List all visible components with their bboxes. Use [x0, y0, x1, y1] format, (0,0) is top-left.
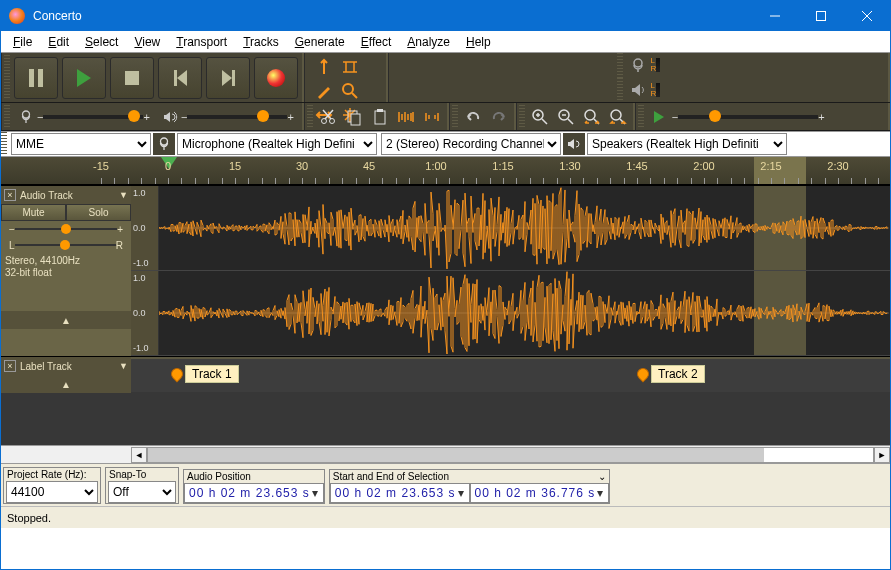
recording-channels-select[interactable]: 2 (Stereo) Recording Channels [381, 133, 561, 155]
zoom-tool[interactable] [338, 80, 362, 102]
project-rate-label: Project Rate (Hz): [4, 468, 100, 481]
undo-toolbar [449, 103, 516, 130]
envelope-tool[interactable] [338, 56, 362, 78]
mixer-toolbar: − + − + [1, 103, 304, 130]
speaker-volume-icon [162, 109, 178, 125]
menu-edit[interactable]: Edit [40, 33, 77, 51]
copy-button[interactable] [342, 106, 366, 128]
fit-project-button[interactable] [606, 106, 630, 128]
zoom-out-button[interactable] [554, 106, 578, 128]
menu-help[interactable]: Help [458, 33, 499, 51]
svg-rect-5 [351, 114, 360, 125]
label-marker-2[interactable]: Track 2 [637, 365, 705, 383]
audio-position-value[interactable]: 00 h 02 m 23.653 s▾ [184, 483, 324, 503]
maximize-button[interactable] [798, 1, 844, 31]
recording-device-select[interactable]: Microphone (Realtek High Defini [177, 133, 377, 155]
app-icon [9, 8, 25, 24]
tools-toolbar [304, 53, 388, 102]
label-track-close-button[interactable]: × [4, 360, 16, 372]
device-toolbar: MME Microphone (Realtek High Defini 2 (S… [1, 131, 890, 157]
track-menu-dropdown[interactable]: ▼ [119, 190, 128, 200]
menu-view[interactable]: View [126, 33, 168, 51]
zoom-toolbar [516, 103, 635, 130]
undo-button[interactable] [461, 106, 485, 128]
playback-device-select[interactable]: Speakers (Realtek High Definiti [587, 133, 787, 155]
mute-button[interactable]: Mute [1, 204, 66, 221]
speaker-icon [563, 133, 585, 155]
menu-transport[interactable]: Transport [168, 33, 235, 51]
record-button[interactable] [254, 57, 298, 99]
audio-host-select[interactable]: MME [11, 133, 151, 155]
selection-mode-dropdown[interactable]: ⌄ [595, 470, 609, 483]
timeline-ruler[interactable]: -1501530451:001:151:301:452:002:152:302:… [1, 157, 890, 185]
playback-meter-speaker-icon[interactable] [626, 79, 650, 101]
snap-to-select[interactable]: Off [108, 481, 176, 503]
redo-button[interactable] [487, 106, 511, 128]
draw-tool[interactable] [312, 80, 336, 102]
paste-button[interactable] [368, 106, 392, 128]
label-track-name[interactable]: Label Track [20, 361, 72, 372]
playback-speed-slider[interactable] [678, 115, 818, 119]
close-button[interactable] [844, 1, 890, 31]
minimize-button[interactable] [752, 1, 798, 31]
label-track-menu-dropdown[interactable]: ▼ [119, 361, 128, 371]
waveform-right-channel[interactable]: 1.00.0-1.0 [131, 271, 890, 356]
transport-toolbar [1, 53, 304, 102]
menu-tracks[interactable]: Tracks [235, 33, 287, 51]
track-collapse-button[interactable]: ▲ [1, 311, 131, 329]
audio-track: × Audio Track ▼ Mute Solo −+ LR Stereo, … [1, 185, 890, 356]
solo-button[interactable]: Solo [66, 204, 131, 221]
menu-bar: FileEditSelectViewTransportTracksGenerat… [1, 31, 890, 53]
label-track: × Label Track ▼ ▲ Track 1 Track 2 [1, 356, 890, 392]
playback-meter[interactable]: -57-54-51-48-45-42-39-36-33-30-27-24-21-… [656, 83, 660, 97]
snap-to-label: Snap-To [106, 468, 178, 481]
audio-position-label: Audio Position [184, 470, 324, 483]
menu-analyze[interactable]: Analyze [399, 33, 458, 51]
label-marker-1[interactable]: Track 1 [171, 365, 239, 383]
selection-label: Start and End of Selection [330, 470, 596, 483]
svg-point-10 [585, 110, 595, 120]
recording-meter[interactable]: -57-54-51-48-45-42-39-36-33-30-27-24-21-… [656, 58, 660, 72]
project-rate-select[interactable]: 44100 [6, 481, 98, 503]
title-bar: Concerto [1, 1, 890, 31]
gain-slider[interactable]: −+ [1, 221, 131, 237]
track-close-button[interactable]: × [4, 189, 16, 201]
window-title: Concerto [33, 9, 752, 23]
waveform-left-channel[interactable]: 1.00.0-1.0 [131, 186, 890, 271]
menu-generate[interactable]: Generate [287, 33, 353, 51]
skip-end-button[interactable] [206, 57, 250, 99]
play-button[interactable] [62, 57, 106, 99]
record-meter-mic-icon[interactable] [626, 54, 650, 76]
fit-selection-button[interactable] [580, 106, 604, 128]
pause-button[interactable] [14, 57, 58, 99]
selection-start-value[interactable]: 00 h 02 m 23.653 s▾ [330, 483, 470, 503]
recording-volume-slider[interactable] [43, 115, 143, 119]
track-format-info: Stereo, 44100Hz32-bit float [1, 253, 131, 281]
mic-volume-icon [18, 109, 34, 125]
menu-effect[interactable]: Effect [353, 33, 399, 51]
menu-file[interactable]: File [5, 33, 40, 51]
status-bar: Stopped. [1, 506, 890, 528]
edit-toolbar [304, 103, 449, 130]
selection-end-value[interactable]: 00 h 02 m 36.776 s▾ [470, 483, 610, 503]
tracks-area: × Audio Track ▼ Mute Solo −+ LR Stereo, … [1, 185, 890, 445]
play-at-speed-toolbar: − + [635, 103, 890, 130]
silence-button[interactable] [420, 106, 444, 128]
svg-rect-6 [375, 111, 385, 124]
svg-rect-7 [377, 109, 383, 112]
selection-toolbar: Project Rate (Hz): 44100 Snap-To Off Aud… [1, 464, 890, 506]
selection-tool[interactable] [312, 56, 336, 78]
track-name[interactable]: Audio Track [20, 190, 73, 201]
menu-select[interactable]: Select [77, 33, 126, 51]
svg-point-1 [343, 84, 353, 94]
play-at-speed-button[interactable] [647, 106, 671, 128]
zoom-in-button[interactable] [528, 106, 552, 128]
horizontal-scrollbar[interactable]: ◄ ► [1, 445, 890, 463]
skip-start-button[interactable] [158, 57, 202, 99]
label-track-collapse-button[interactable]: ▲ [1, 375, 131, 393]
stop-button[interactable] [110, 57, 154, 99]
cut-button[interactable] [316, 106, 340, 128]
trim-button[interactable] [394, 106, 418, 128]
pan-slider[interactable]: LR [1, 237, 131, 253]
playback-volume-slider[interactable] [187, 115, 287, 119]
